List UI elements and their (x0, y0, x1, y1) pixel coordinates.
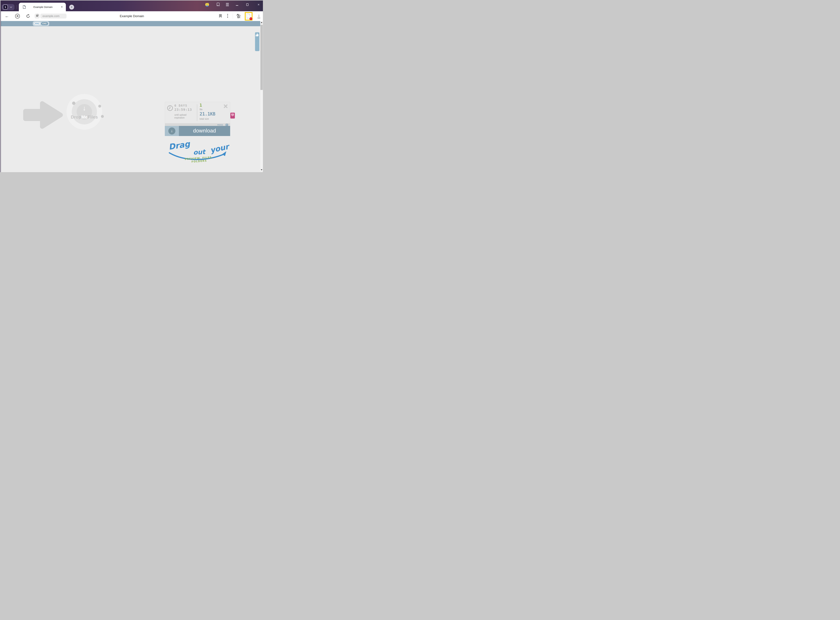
toolbar-page-title: Example Domain (120, 11, 144, 21)
lang-rus-button[interactable]: РУС (34, 22, 40, 25)
tab-count-badge: 1 (3, 5, 8, 10)
tab-counter-button[interactable]: 1 (2, 4, 15, 10)
titlebar-separator (16, 5, 17, 9)
minimize-button[interactable] (236, 5, 238, 6)
download-button[interactable]: ↓ download (165, 126, 230, 136)
lock-icon (36, 15, 38, 17)
panel-divider (197, 104, 197, 121)
menu-icon[interactable] (226, 3, 229, 6)
downloaded-file-alert-button[interactable]: ! (245, 12, 252, 21)
toolbar: ← Я example.com Example Domain ! (1, 11, 263, 21)
sad-face-icon (231, 113, 234, 117)
scrollbar[interactable] (260, 21, 263, 171)
total-size-label: total size (200, 117, 209, 120)
page-content: РУС ENG ↓ DropMeFiles 6 DAYS 23:59:13 un… (1, 21, 263, 172)
toolbar-divider (232, 14, 233, 19)
download-button-icon-cell: ↓ (165, 126, 179, 136)
logo-drop: Drop (71, 114, 81, 119)
yandex-icon[interactable]: Я (15, 14, 20, 18)
page-icon (23, 5, 26, 9)
download-button-label: download (179, 126, 230, 136)
bookmark-icon[interactable] (219, 14, 222, 18)
thumbs-up-icon (255, 33, 259, 36)
kebab-menu-icon[interactable] (226, 14, 229, 18)
browser-window: 1 Example Domain × + × (0, 0, 263, 172)
site-security-button[interactable] (34, 14, 40, 18)
expiration-days: 6 DAYS (174, 104, 188, 107)
downloads-icon[interactable]: ↓ (257, 14, 261, 18)
language-switcher: РУС ENG (33, 21, 49, 26)
like-side-tab[interactable] (255, 32, 260, 51)
address-bar[interactable]: example.com (40, 14, 66, 18)
clock-icon (167, 105, 173, 111)
file-count-label: file (200, 108, 202, 111)
scrollbar-thumb[interactable] (260, 25, 263, 90)
screenshot-frame: 1 Example Domain × + × (0, 0, 263, 173)
side-panels-icon[interactable] (216, 3, 220, 6)
panel-close-icon[interactable] (223, 104, 228, 108)
promo-word-drag: Drag (168, 139, 190, 152)
expiration-countdown: 23:59:13 (174, 108, 192, 111)
total-size-value: 21.1KB (200, 111, 215, 116)
expiration-label-2: expiration (174, 116, 184, 119)
scroll-up-arrow[interactable] (261, 22, 262, 23)
expiration-label-1: until upload (174, 113, 186, 116)
download-arrow-icon: ↓ (168, 128, 176, 134)
titlebar: 1 Example Domain × + × (1, 0, 263, 11)
logo-files: Files (87, 114, 98, 119)
tab-title: Example Domain (27, 3, 59, 11)
maximize-button[interactable] (246, 3, 249, 6)
reload-button[interactable] (26, 14, 30, 18)
password-keys-icon[interactable] (236, 14, 241, 19)
logo-me: Me (81, 114, 87, 119)
tab-example-domain[interactable]: Example Domain × (19, 3, 66, 11)
avatar[interactable] (205, 3, 209, 6)
tab-close-button[interactable]: × (60, 5, 64, 9)
drop-arrow-graphic (21, 97, 65, 133)
feedback-tab[interactable] (230, 113, 235, 119)
lang-eng-button[interactable]: ENG (41, 22, 48, 25)
scroll-down-arrow[interactable] (261, 169, 262, 170)
logo-down-arrow-icon: ↓ (66, 104, 102, 112)
drag-out-promo: Drag out your PREVIEW, FILES, FOLDERS (167, 140, 231, 166)
window-close-button[interactable]: × (256, 2, 261, 7)
new-tab-button[interactable]: + (69, 5, 74, 10)
back-button[interactable]: ← (4, 14, 9, 18)
upload-info-panel: 6 DAYS 23:59:13 until upload expiration … (165, 102, 230, 127)
dropmefiles-logo: DropMeFiles (63, 114, 105, 120)
alert-badge: ! (249, 17, 252, 20)
chevron-down-icon (10, 6, 12, 8)
file-count: 1 (200, 103, 202, 108)
